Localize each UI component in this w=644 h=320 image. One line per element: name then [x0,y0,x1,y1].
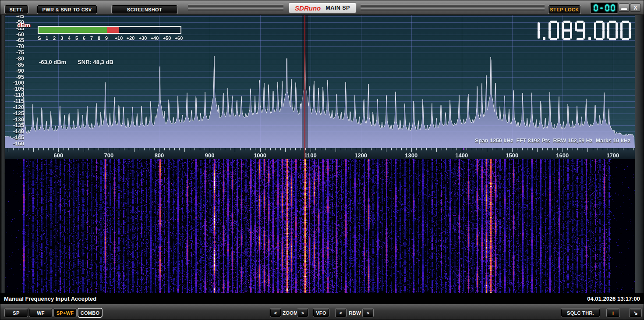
diagonal-arrow-icon: ↘ [633,309,638,316]
chevron-right-icon: > [367,310,370,316]
bottom-toolbar: SP WF SP+WF COMBO < ZOOM > VFO < RBW > S… [0,304,644,320]
seven-segment-digit [529,21,540,40]
chevron-left-icon: < [274,310,277,316]
sp-view-button[interactable]: SP [5,309,28,317]
digit-separator-dot [543,37,545,40]
dbm-tick-label: -90 [5,68,24,74]
dbm-tick-label: -100 [5,80,24,86]
datetime-display: 04.01.2026 13:17:00 [587,295,640,302]
waterfall-panel [5,159,635,293]
dbm-tick-label: -70 [5,43,24,50]
pwr-snr-to-csv-button[interactable]: PWR & SNR TO CSV [37,5,97,14]
app-title-panel[interactable]: SDRuno MAIN SP [289,3,356,13]
window-frame-left [0,15,5,293]
seven-segment-digit [594,21,605,40]
dbm-tick-label: -60 [5,32,24,38]
seven-segment-digit [548,21,559,40]
close-button[interactable]: X [630,4,641,12]
dbm-tick-label: -95 [5,74,24,80]
chevron-right-icon: > [301,310,304,316]
dbm-tick-label: -105 [5,86,24,92]
snr-readout: SNR: 48,3 dB [78,59,113,65]
dbm-tick-label: -110 [5,92,24,98]
screenshot-button[interactable]: SCREENSHOT [112,5,177,14]
chevron-left-icon: < [340,310,343,316]
dbm-tick-label: -150 [5,141,24,147]
waterfall-canvas[interactable] [5,159,635,293]
sdruno-main-sp-window: SETT. PWR & SNR TO CSV SCREENSHOT SDRuno… [0,0,644,320]
dbm-tick-label: -135 [5,122,24,128]
seven-segment-digit [575,21,585,40]
dbm-tick-label: -65 [5,37,24,43]
wf-view-button[interactable]: WF [29,309,52,317]
dbm-tick-label: -75 [5,50,24,56]
seven-segment-digit [562,21,572,40]
zoom-label: ZOOM [283,310,297,316]
span-info-line: Span 1250 kHz FFT 8192 Pts RBW 152,59 Hz… [475,138,630,144]
vfo-button[interactable]: VFO [313,309,329,317]
rbw-decrease-button[interactable]: < [336,309,346,317]
app-logo: SDRuno [295,4,321,12]
dbm-tick-label: -120 [5,104,24,110]
rbw-increase-button[interactable]: > [363,309,373,317]
zoom-out-button[interactable]: < [270,309,281,317]
signal-readout: -63,0 dBm SNR: 48,3 dB [39,59,113,65]
status-bar: Manual Frequency Input Accepted 04.01.20… [0,293,644,304]
step-memory-display [591,3,618,13]
seven-segment-digit [605,4,609,11]
info-button[interactable]: i [607,309,619,317]
rbw-label: RBW [348,310,362,316]
minimize-button[interactable] [619,4,630,12]
info-icon: i [612,309,614,316]
dbm-tick-label: -115 [5,98,24,104]
dbm-tick-label: -85 [5,62,24,68]
s-meter-scale-label: +60 [171,36,186,41]
zoom-in-button[interactable]: > [297,309,308,317]
squelch-threshold-button[interactable]: SQLC THR. [561,309,600,317]
dbm-tick-label: -130 [5,117,24,123]
dbm-tick-label: -80 [5,56,24,62]
s-meter-red-segment [107,27,119,33]
dbm-tick-label: -125 [5,110,24,117]
corner-arrow-button[interactable]: ↘ [630,309,641,317]
dbm-axis-unit: dBm [17,22,30,28]
window-frame-right[interactable] [635,15,644,293]
grip-texture-right [361,4,545,11]
seven-segment-digit [594,4,598,11]
seven-segment-digit [607,21,618,40]
combo-view-button[interactable]: COMBO [78,309,102,317]
sp-wf-view-button[interactable]: SP+WF [54,309,76,317]
power-readout: -63,0 dBm [39,59,66,65]
digit-separator-dot [588,37,591,40]
dbm-tick-label: -45 [5,15,24,19]
seven-segment-digit [620,21,631,40]
s-meter-green-segment [39,27,107,33]
panel-title: MAIN SP [326,5,350,11]
s-meter-bar [38,26,181,34]
step-lock-button[interactable]: STEP LOCK [548,5,580,14]
dbm-tick-label: -140 [5,128,24,135]
dbm-tick-label: -145 [5,135,24,141]
frequency-ruler[interactable] [5,148,635,159]
status-message: Manual Frequency Input Accepted [4,295,96,302]
tuned-frequency-display[interactable] [529,21,631,40]
seven-segment-digit [599,4,604,11]
close-icon: X [633,5,637,11]
seven-segment-digit [611,4,615,11]
grip-texture-left [188,4,283,11]
spectrum-panel: -45-50-55-60-65-70-75-80-85-90-95-100-10… [5,15,635,159]
title-bar[interactable]: SETT. PWR & SNR TO CSV SCREENSHOT SDRuno… [0,0,644,15]
minimize-icon [621,8,627,10]
settings-button[interactable]: SETT. [5,5,28,14]
